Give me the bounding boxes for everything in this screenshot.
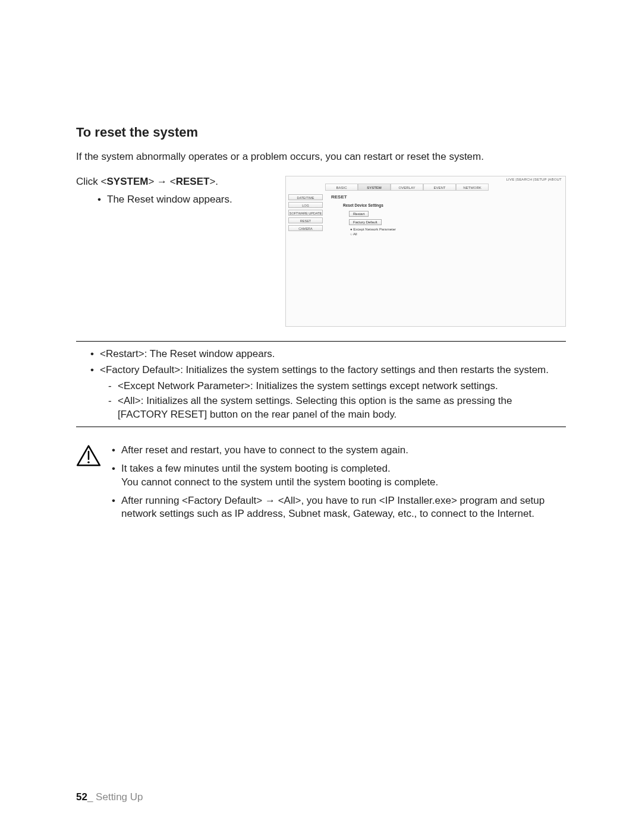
page-footer: 52_ Setting Up (76, 791, 143, 803)
shot-side-swupdate: SOFTWARE UPDATE (288, 210, 323, 216)
desc-except-label: Except Network Parameter (124, 380, 244, 391)
desc-all-text-a: : Initializes all the system settings. S… (141, 395, 512, 406)
shot-top-links: LIVE |SEARCH |SETUP |ABOUT (506, 178, 562, 181)
shot-restart-button: Restart (349, 211, 369, 217)
click-reset: RESET (176, 176, 210, 187)
footer-sep: _ (87, 791, 96, 803)
warn-booting-b: You cannot connect to the system until t… (121, 476, 566, 490)
desc-all-label: All (124, 395, 135, 406)
desc-factory: <Factory Default>: Initializes the syste… (90, 364, 566, 377)
shot-sidebar: DATE/TIME LOG SOFTWARE UPDATE RESET CAME… (286, 191, 325, 326)
warning-block: After reset and restart, you have to con… (76, 444, 566, 526)
desc-restart-label: Restart (106, 348, 139, 359)
shot-side-camera: CAMERA (288, 225, 323, 231)
warn-reconnect: After reset and restart, you have to con… (112, 444, 566, 457)
warn-ipinstaller: After running <Factory Default> → <All>,… (112, 494, 566, 522)
desc-all: <All>: Initializes all the system settin… (90, 394, 566, 422)
shot-tab-event: EVENT (423, 184, 456, 191)
desc-restart-text: : The Reset window appears. (144, 348, 275, 359)
warn-ip-mid2: >, you have to run < (295, 495, 385, 506)
desc-all-text-b-suffix: ] button on the rear panel of the main b… (204, 409, 397, 420)
result-bullet: The Reset window appears. (97, 194, 272, 206)
section-title: To reset the system (76, 125, 566, 140)
description-list: <Restart>: The Reset window appears. <Fa… (90, 348, 566, 422)
desc-all-factory-reset: FACTORY RESET (121, 409, 204, 420)
shot-tab-system: SYSTEM (358, 184, 391, 191)
shot-panel-title: RESET (331, 194, 559, 200)
shot-tab-overlay: OVERLAY (391, 184, 423, 191)
click-path: Click <SYSTEM> → <RESET>. (76, 176, 272, 188)
click-mid: > → < (148, 176, 175, 187)
click-prefix: Click < (76, 176, 106, 187)
footer-section: Setting Up (96, 791, 143, 803)
shot-tab-basic: BASIC (325, 184, 358, 191)
warn-booting-a: It takes a few minutes until the system … (121, 463, 391, 474)
shot-factory-button: Factory Default (349, 219, 382, 225)
shot-main: RESET Reset Device Settings Restart Fact… (325, 191, 565, 326)
shot-radio-all: All (350, 232, 559, 236)
shot-tabs: BASIC SYSTEM OVERLAY EVENT NETWORK (286, 184, 565, 191)
click-system: SYSTEM (106, 176, 148, 187)
reset-screenshot: LIVE |SEARCH |SETUP |ABOUT BASIC SYSTEM … (285, 176, 566, 327)
shot-side-log: LOG (288, 202, 323, 208)
warning-icon (76, 444, 101, 526)
shot-radio-except: Except Network Parameter (350, 228, 559, 231)
shot-panel-sub: Reset Device Settings (343, 203, 559, 207)
desc-factory-label: Factory Default (106, 364, 174, 375)
divider-top (76, 341, 566, 342)
shot-side-reset: RESET (288, 217, 323, 223)
shot-tab-network: NETWORK (456, 184, 489, 191)
page-number: 52 (76, 791, 87, 803)
warn-ip-all: All (284, 495, 295, 506)
desc-factory-text: : Initializes the system settings to the… (180, 364, 549, 375)
desc-restart: <Restart>: The Reset window appears. (90, 348, 566, 361)
click-suffix: >. (209, 176, 218, 187)
warn-ip-pre: After running < (121, 495, 188, 506)
divider-bottom (76, 427, 566, 427)
desc-except: <Except Network Parameter>: Initializes … (90, 380, 566, 393)
warn-ip-mid1: > → < (256, 495, 284, 506)
desc-except-text: : Initializes the system settings except… (250, 380, 498, 391)
warn-ip-fd: Factory Default (188, 495, 256, 506)
warn-booting: It takes a few minutes until the system … (112, 462, 566, 490)
intro-text: If the system abnormally operates or a p… (76, 151, 566, 163)
shot-side-datetime: DATE/TIME (288, 194, 323, 200)
svg-point-2 (87, 461, 89, 463)
warn-ip-exe: IP Installer.exe (385, 495, 451, 506)
